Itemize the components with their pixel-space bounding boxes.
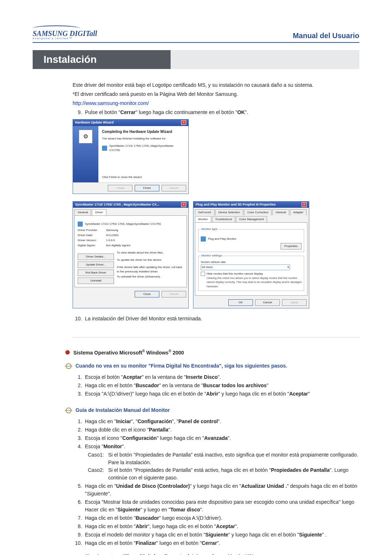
case2: Caso2:Si el botón "Propiedades de Pantal… bbox=[73, 466, 359, 482]
list-b-5-num: 5. bbox=[73, 482, 85, 498]
cancel-button[interactable]: Cancel bbox=[255, 299, 280, 306]
driver-date-label: Driver Date: bbox=[78, 233, 103, 238]
close-icon[interactable]: × bbox=[181, 120, 186, 125]
list-b-8: Haga clic en el botón "Abrir", luego hag… bbox=[85, 523, 359, 530]
cancel-button[interactable]: Cancel bbox=[162, 291, 186, 297]
driver-provider-value: Samsung bbox=[106, 228, 118, 232]
samsung-monitor-link[interactable]: http://www.samsung-monitor.com/ bbox=[73, 100, 149, 106]
tab-adapter[interactable]: Adapter bbox=[290, 209, 307, 215]
monitor-icon bbox=[102, 146, 107, 151]
list-b-9: Escoja el modelo del monitor y haga clic… bbox=[85, 531, 359, 539]
wizard-click-finish: Click Finish to close the wizard bbox=[102, 175, 142, 179]
monitor-props-titlebar: Plug and Play Monitor and 3D Prophet III… bbox=[196, 202, 276, 207]
update-driver-button[interactable]: Update Driver... bbox=[78, 262, 114, 268]
list-b-1-num: 1. bbox=[73, 418, 85, 425]
list-a-1-num: 1. bbox=[73, 373, 85, 381]
hardware-update-wizard-window: Hardware Update Wizard × ⚙ Completing th… bbox=[73, 119, 189, 194]
tab-general[interactable]: General bbox=[74, 209, 91, 215]
logo-main-text: SAMSUNG DIGITall bbox=[33, 30, 97, 37]
driver-provider-label: Driver Provider: bbox=[78, 228, 103, 232]
monitor-type-legend: Monitor type bbox=[201, 227, 218, 231]
win2000-heading: Sistema Operativo Microsoft® Windows® 20… bbox=[73, 348, 184, 357]
tab-monitor[interactable]: Monitor bbox=[195, 216, 211, 222]
driver-date-value: 9/11/2001 bbox=[106, 233, 119, 238]
uninstall-desc: To uninstall the driver (Advanced). bbox=[117, 275, 184, 279]
hide-modes-checkbox[interactable] bbox=[201, 272, 205, 276]
digital-signature-heading: Cuando no vea en su monitor "Firma Digit… bbox=[75, 362, 287, 370]
cancel-button[interactable]: Cancel bbox=[162, 185, 186, 191]
tab-troubleshoot[interactable]: Troubleshoot bbox=[212, 216, 235, 222]
intro-p2: *El driver certificado será puesto en la… bbox=[73, 90, 359, 98]
monitor-type-value: Plug and Play Monitor bbox=[208, 237, 236, 241]
wizard-icon: ⚙ bbox=[79, 130, 93, 143]
close-icon[interactable]: × bbox=[302, 202, 307, 207]
list-b-7: Haga clic en el botón "Buscador" luego e… bbox=[85, 514, 359, 522]
list-b-10: Haga clic en el botón "Finalizar" luego … bbox=[85, 539, 359, 547]
refresh-rate-label: Screen refresh rate: bbox=[201, 260, 302, 264]
tab-color-correction[interactable]: Color Correction bbox=[244, 209, 271, 215]
close-button[interactable]: Close bbox=[135, 291, 159, 297]
monitor-icon bbox=[201, 236, 206, 242]
monitor-icon bbox=[78, 222, 83, 227]
close-icon[interactable]: × bbox=[181, 202, 186, 207]
case1-label: Caso1: bbox=[88, 451, 106, 466]
wizard-heading: Completing the Hardware Update Wizard bbox=[102, 129, 185, 134]
section-title: Instalación bbox=[33, 50, 171, 69]
update-driver-desc: To update the driver for this device. bbox=[117, 258, 184, 265]
manual-title: Manual del Usuario bbox=[293, 32, 359, 40]
step-9-text: Pulse el botón "Cerrar" luego haga clic … bbox=[85, 109, 248, 115]
tab-device-selection[interactable]: Device Selection bbox=[215, 209, 244, 215]
rollback-driver-desc: If the device fails after updating the d… bbox=[117, 265, 184, 275]
apply-button[interactable]: Apply bbox=[282, 299, 307, 306]
o-bullet-icon bbox=[65, 364, 72, 368]
list-b-7-num: 7. bbox=[73, 514, 85, 522]
uninstall-button[interactable]: Uninstall bbox=[78, 278, 114, 284]
list-b-9-num: 9. bbox=[73, 531, 85, 539]
list-a-1: Escoja el botón "Aceptar" en la ventana … bbox=[85, 373, 359, 381]
driver-version-label: Driver Version: bbox=[78, 238, 103, 243]
driver-device: SyncMaster 171S/ 175S/ 170S, MagicSyncMa… bbox=[85, 222, 161, 226]
logo-sub-text: everyone's invited™ bbox=[33, 37, 97, 40]
wizard-device: SyncMaster 171S/ 175S/ 170S, MagicSyncMa… bbox=[109, 144, 185, 153]
case2-text: Si el botón "Propiedades de Pantalla" es… bbox=[108, 466, 359, 482]
list-b-8-num: 8. bbox=[73, 523, 85, 530]
hide-modes-label: Hide modes that this monitor cannot disp… bbox=[207, 272, 302, 276]
tab-driver[interactable]: Driver bbox=[92, 209, 106, 215]
wizard-titlebar: Hardware Update Wizard bbox=[75, 120, 114, 125]
footer-note-1: Si ve la ventana "Firma Digital no Encon… bbox=[73, 553, 359, 555]
step-10-text: La instalación del Driver del Monitor es… bbox=[85, 315, 359, 323]
finish-button[interactable]: Finish bbox=[135, 185, 159, 191]
wizard-line1: The wizard has finished installing the s… bbox=[102, 137, 185, 141]
case1-text: Si el botón "Propiedades de Pantalla" es… bbox=[108, 451, 359, 466]
chevron-down-icon: ▾ bbox=[287, 265, 289, 270]
tab-general[interactable]: General bbox=[272, 209, 289, 215]
list-b-2: Haga doble clic en el icono "Pantalla". bbox=[85, 426, 359, 434]
page-header: SAMSUNG DIGITall everyone's invited™ Man… bbox=[33, 25, 359, 43]
red-bullet-icon bbox=[65, 350, 70, 355]
list-a-2-num: 2. bbox=[73, 382, 85, 389]
section-banner: Instalación bbox=[33, 50, 359, 69]
properties-button[interactable]: Properties bbox=[281, 243, 302, 250]
refresh-rate-select[interactable]: 60 Hertz ▾ bbox=[201, 264, 290, 270]
list-b-3-num: 3. bbox=[73, 434, 85, 442]
tab-color-management[interactable]: Color Management bbox=[236, 216, 267, 222]
o-bullet-icon bbox=[65, 408, 72, 413]
ok-button[interactable]: OK bbox=[228, 299, 253, 306]
content: Este driver del monitor está bajo el Log… bbox=[33, 69, 359, 555]
list-b-3: Escoja el icono "Configuración" luego ha… bbox=[85, 434, 359, 442]
list-b-2-num: 2. bbox=[73, 426, 85, 434]
driver-props-titlebar: SyncMaster 171S/ 175S/ 170S , MagicSyncM… bbox=[75, 202, 159, 207]
driver-details-button[interactable]: Driver Details... bbox=[78, 254, 114, 260]
rollback-driver-button[interactable]: Roll Back Driver bbox=[78, 270, 114, 276]
digital-signer-label: Digital Signer: bbox=[78, 243, 103, 248]
hide-modes-note: Clearing this check box allows you to se… bbox=[207, 276, 302, 288]
back-button[interactable]: < Back bbox=[108, 185, 132, 191]
samsung-logo: SAMSUNG DIGITall everyone's invited™ bbox=[33, 25, 97, 40]
step-10-number: 10. bbox=[73, 315, 85, 323]
tab-geforce3[interactable]: GeForce3 bbox=[195, 209, 215, 215]
case2-label: Caso2: bbox=[88, 466, 106, 482]
refresh-rate-value: 60 Hertz bbox=[202, 265, 213, 270]
monitor-settings-legend: Monitor settings bbox=[201, 254, 222, 258]
wizard-sidebar: ⚙ bbox=[73, 126, 98, 182]
digital-signer-value: Not digitally signed bbox=[106, 243, 130, 248]
